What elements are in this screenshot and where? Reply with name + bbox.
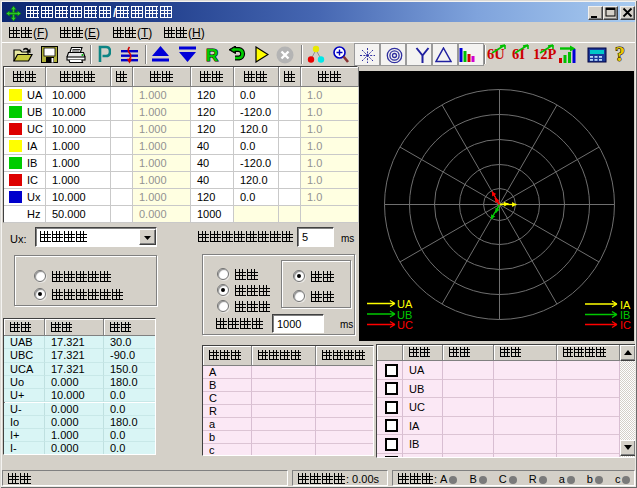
svg-text:R: R: [206, 46, 218, 65]
svg-text:IC: IC: [620, 319, 631, 331]
svg-text:UC: UC: [397, 319, 413, 331]
svg-text:?: ?: [615, 44, 625, 65]
